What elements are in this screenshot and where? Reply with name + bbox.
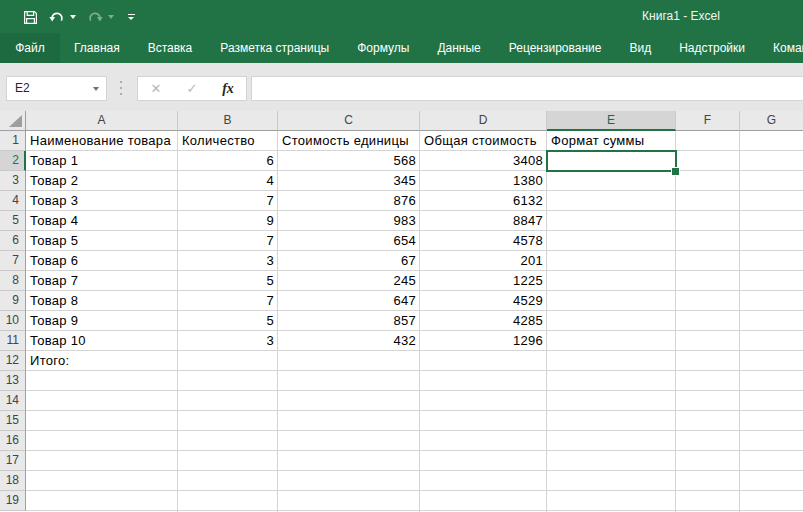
cell-A6[interactable]: Товар 5 — [26, 231, 177, 251]
tab-7[interactable]: Вид — [615, 33, 665, 63]
row-header-4[interactable]: 4 — [0, 191, 26, 211]
excel-window: Книга1 - Excel Файл ГлавнаяВставкаРазмет… — [0, 0, 803, 512]
cell-A9[interactable]: Товар 8 — [26, 291, 177, 311]
tab-6[interactable]: Рецензирование — [495, 33, 616, 63]
cell-E1[interactable]: Формат суммы — [547, 131, 675, 151]
cell-B3[interactable]: 4 — [178, 171, 277, 191]
cell-C3[interactable]: 345 — [278, 171, 419, 191]
tab-4[interactable]: Формулы — [343, 33, 423, 63]
cell-B7[interactable]: 3 — [178, 251, 277, 271]
cell-D7[interactable]: 201 — [420, 251, 546, 271]
column-header-G[interactable]: G — [740, 111, 803, 131]
tab-8[interactable]: Надстройки — [665, 33, 759, 63]
cell-C2[interactable]: 568 — [278, 151, 419, 171]
tab-3[interactable]: Разметка страницы — [206, 33, 343, 63]
row-header-9[interactable]: 9 — [0, 291, 26, 311]
row-header-18[interactable]: 18 — [0, 471, 26, 491]
row-header-15[interactable]: 15 — [0, 411, 26, 431]
formula-input[interactable] — [251, 76, 803, 101]
cell-D6[interactable]: 4578 — [420, 231, 546, 251]
row-header-3[interactable]: 3 — [0, 171, 26, 191]
cell-B11[interactable]: 3 — [178, 331, 277, 351]
column-header-B[interactable]: B — [178, 111, 278, 131]
tab-9[interactable]: Команда — [759, 33, 803, 63]
row-header-7[interactable]: 7 — [0, 251, 26, 271]
cell-D11[interactable]: 1296 — [420, 331, 546, 351]
cell-D8[interactable]: 1225 — [420, 271, 546, 291]
column-header-D[interactable]: D — [420, 111, 547, 131]
fill-handle[interactable] — [671, 167, 680, 176]
tab-file[interactable]: Файл — [0, 33, 60, 63]
cell-D3[interactable]: 1380 — [420, 171, 546, 191]
cell-D2[interactable]: 3408 — [420, 151, 546, 171]
row-header-13[interactable]: 13 — [0, 371, 26, 391]
cell-A11[interactable]: Товар 10 — [26, 331, 177, 351]
cell-C1[interactable]: Стоимость единицы — [278, 131, 419, 151]
tab-5[interactable]: Данные — [423, 33, 494, 63]
cell-C10[interactable]: 857 — [278, 311, 419, 331]
cell-B5[interactable]: 9 — [178, 211, 277, 231]
cell-A4[interactable]: Товар 3 — [26, 191, 177, 211]
column-header-C[interactable]: C — [278, 111, 420, 131]
row-header-14[interactable]: 14 — [0, 391, 26, 411]
row-header-1[interactable]: 1 — [0, 131, 26, 151]
cell-D9[interactable]: 4529 — [420, 291, 546, 311]
row-header-8[interactable]: 8 — [0, 271, 26, 291]
tab-2[interactable]: Вставка — [134, 33, 207, 63]
cell-A8[interactable]: Товар 7 — [26, 271, 177, 291]
row-header-17[interactable]: 17 — [0, 451, 26, 471]
customize-quick-access-toolbar-button[interactable] — [123, 6, 139, 28]
name-box[interactable]: E2 — [6, 76, 107, 101]
cell-C11[interactable]: 432 — [278, 331, 419, 351]
cell-C4[interactable]: 876 — [278, 191, 419, 211]
cell-D10[interactable]: 4285 — [420, 311, 546, 331]
enter-button[interactable]: ✓ — [174, 77, 210, 100]
column-header-A[interactable]: A — [26, 111, 178, 131]
formula-bar-splitter[interactable] — [120, 81, 122, 95]
cell-C5[interactable]: 983 — [278, 211, 419, 231]
cell-B4[interactable]: 7 — [178, 191, 277, 211]
undo-dropdown-button[interactable] — [67, 6, 79, 28]
cell-C8[interactable]: 245 — [278, 271, 419, 291]
row-header-11[interactable]: 11 — [0, 331, 26, 351]
select-all-button[interactable] — [0, 111, 26, 131]
worksheet-grid[interactable]: Наименование товараКоличествоСтоимость е… — [26, 131, 803, 512]
cell-A7[interactable]: Товар 6 — [26, 251, 177, 271]
undo-button[interactable] — [47, 6, 67, 28]
row-header-16[interactable]: 16 — [0, 431, 26, 451]
cell-A3[interactable]: Товар 2 — [26, 171, 177, 191]
cell-B8[interactable]: 5 — [178, 271, 277, 291]
cell-B9[interactable]: 7 — [178, 291, 277, 311]
row-header-5[interactable]: 5 — [0, 211, 26, 231]
row-header-12[interactable]: 12 — [0, 351, 26, 371]
cancel-button[interactable]: ✕ — [138, 77, 174, 100]
gridline — [739, 131, 740, 512]
cell-D5[interactable]: 8847 — [420, 211, 546, 231]
cell-A12[interactable]: Итого: — [26, 351, 177, 371]
cell-A10[interactable]: Товар 9 — [26, 311, 177, 331]
row-header-10[interactable]: 10 — [0, 311, 26, 331]
cell-D1[interactable]: Общая стоимость — [420, 131, 546, 151]
cell-B1[interactable]: Количество — [178, 131, 277, 151]
cell-C6[interactable]: 654 — [278, 231, 419, 251]
cell-A2[interactable]: Товар 1 — [26, 151, 177, 171]
row-header-6[interactable]: 6 — [0, 231, 26, 251]
row-header-19[interactable]: 19 — [0, 491, 26, 511]
cell-C7[interactable]: 67 — [278, 251, 419, 271]
redo-dropdown-button[interactable] — [105, 6, 117, 28]
cell-A5[interactable]: Товар 4 — [26, 211, 177, 231]
cell-D4[interactable]: 6132 — [420, 191, 546, 211]
cell-A1[interactable]: Наименование товара — [26, 131, 177, 151]
row-header-2[interactable]: 2 — [0, 151, 26, 171]
insert-function-button[interactable]: fx — [210, 77, 246, 100]
cell-B6[interactable]: 7 — [178, 231, 277, 251]
cell-C9[interactable]: 647 — [278, 291, 419, 311]
name-box-dropdown-icon[interactable] — [93, 87, 99, 91]
cell-B10[interactable]: 5 — [178, 311, 277, 331]
tab-1[interactable]: Главная — [60, 33, 134, 63]
column-header-F[interactable]: F — [676, 111, 740, 131]
column-header-E[interactable]: E — [547, 111, 676, 131]
redo-button[interactable] — [85, 6, 105, 28]
save-button[interactable] — [19, 6, 41, 28]
cell-B2[interactable]: 6 — [178, 151, 277, 171]
